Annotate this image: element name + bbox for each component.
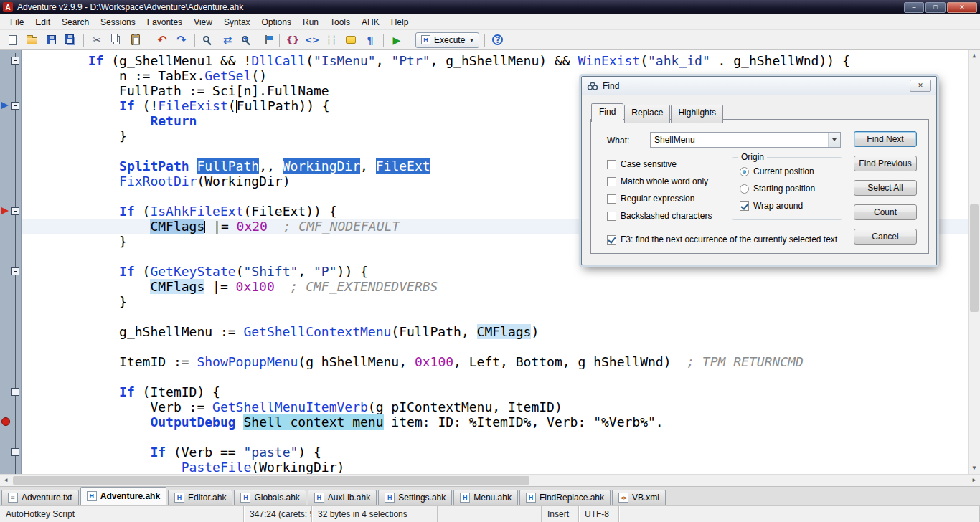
- undo-button[interactable]: ↶: [153, 32, 171, 49]
- scroll-down-icon[interactable]: ▼: [969, 462, 980, 474]
- line-gutter[interactable]: [0, 354, 22, 369]
- dialog-tab-replace[interactable]: Replace: [624, 105, 670, 123]
- run-button[interactable]: ▶: [387, 32, 406, 49]
- radio-starting-position[interactable]: Starting position: [740, 184, 815, 194]
- code-line[interactable]: g_hShellMenu := GetShellContextMenu(Full…: [0, 324, 968, 339]
- line-gutter[interactable]: [0, 460, 22, 474]
- code-line[interactable]: [0, 339, 968, 354]
- menu-item-view[interactable]: View: [188, 15, 218, 29]
- menu-item-options[interactable]: Options: [256, 15, 297, 29]
- checkbox-regular-expression[interactable]: Regular expression: [607, 194, 712, 204]
- code-line[interactable]: If (GetKeyState("Shift", "P")) {: [0, 264, 968, 279]
- code-line[interactable]: PasteFile(WorkingDir): [0, 460, 968, 474]
- menu-item-tools[interactable]: Tools: [324, 15, 356, 29]
- indent-guides-button[interactable]: ┆┆: [322, 32, 341, 49]
- line-gutter[interactable]: [0, 430, 22, 445]
- line-gutter[interactable]: [0, 143, 22, 158]
- code-line[interactable]: [0, 369, 968, 384]
- line-gutter[interactable]: [0, 339, 22, 354]
- code-line[interactable]: If (ItemID) {: [0, 384, 968, 399]
- fold-toggle-icon[interactable]: [11, 267, 19, 275]
- checkbox-f3-find-the-next-occurrence-of-the-currently-selected-text[interactable]: F3: find the next occurrence of the curr…: [607, 234, 837, 245]
- menu-item-file[interactable]: File: [4, 15, 29, 29]
- show-eol-button[interactable]: ¶: [361, 32, 380, 49]
- line-gutter[interactable]: [0, 399, 22, 414]
- line-gutter[interactable]: [0, 219, 22, 234]
- dialog-tab-find[interactable]: Find: [591, 103, 623, 122]
- checkbox-case-sensitive[interactable]: Case sensitive: [607, 159, 712, 169]
- menu-item-run[interactable]: Run: [297, 15, 324, 29]
- line-gutter[interactable]: [0, 83, 22, 98]
- code-line[interactable]: CMFlags |= 0x100 ; CMF_EXTENDEDVERBS: [0, 279, 968, 294]
- code-line[interactable]: If (Verb == "paste") {: [0, 445, 968, 460]
- title-bar[interactable]: A Adventure v2.9.9 - D:\Workspace\Advent…: [0, 0, 980, 14]
- menu-item-edit[interactable]: Edit: [29, 15, 56, 29]
- vertical-scroll-thumb[interactable]: [970, 204, 979, 312]
- line-gutter[interactable]: [0, 204, 22, 219]
- menu-item-help[interactable]: Help: [385, 15, 415, 29]
- find-button[interactable]: [199, 32, 217, 49]
- line-gutter[interactable]: [0, 234, 22, 249]
- find-in-files-button[interactable]: [237, 32, 256, 49]
- code-line[interactable]: }: [0, 294, 968, 309]
- open-file-button[interactable]: [22, 32, 41, 49]
- fold-toggle-icon[interactable]: [11, 388, 19, 396]
- close-button[interactable]: ✕: [947, 2, 977, 13]
- line-gutter[interactable]: [0, 384, 22, 399]
- line-gutter[interactable]: [0, 128, 22, 143]
- menu-item-ahk[interactable]: AHK: [356, 15, 385, 29]
- line-gutter[interactable]: [0, 264, 22, 279]
- cancel-button[interactable]: Cancel: [854, 229, 917, 245]
- line-gutter[interactable]: [0, 113, 22, 128]
- replace-button[interactable]: ⇄: [218, 32, 237, 49]
- show-whitespace-button[interactable]: [341, 32, 360, 49]
- help-button[interactable]: ?: [489, 32, 507, 49]
- menu-item-favorites[interactable]: Favorites: [141, 15, 188, 29]
- dialog-title-bar[interactable]: Find ✕: [582, 77, 936, 95]
- file-tab-auxlib-ahk[interactable]: HAuxLib.ahk: [308, 490, 377, 505]
- copy-button[interactable]: [107, 32, 126, 49]
- line-gutter[interactable]: [0, 189, 22, 204]
- chevron-down-icon[interactable]: ▾: [470, 37, 473, 44]
- file-tab-vb-xml[interactable]: <>VB.xml: [612, 490, 666, 505]
- code-line[interactable]: ItemID := ShowPopupMenu(g_hShellMenu, 0x…: [0, 354, 968, 369]
- menu-item-syntax[interactable]: Syntax: [218, 15, 256, 29]
- radio-current-position[interactable]: Current position: [740, 166, 815, 176]
- line-gutter[interactable]: [0, 414, 22, 430]
- line-gutter[interactable]: [0, 174, 22, 189]
- file-tab-menu-ahk[interactable]: HMenu.ahk: [453, 490, 518, 505]
- save-all-button[interactable]: [61, 32, 80, 49]
- checkbox-wrap-around[interactable]: Wrap around: [740, 201, 815, 211]
- minimize-button[interactable]: –: [904, 2, 924, 13]
- cut-button[interactable]: ✂: [88, 32, 106, 49]
- line-gutter[interactable]: [0, 369, 22, 384]
- find-previous-button[interactable]: Find Previous: [854, 156, 917, 171]
- vertical-scrollbar[interactable]: ▲ ▼: [968, 50, 980, 474]
- save-file-button[interactable]: [42, 32, 60, 49]
- line-gutter[interactable]: [0, 279, 22, 294]
- line-gutter[interactable]: [0, 249, 22, 264]
- find-what-combobox[interactable]: ShellMenu: [650, 132, 841, 148]
- scroll-left-icon[interactable]: ◄: [0, 475, 11, 486]
- checkbox-backslashed-characters[interactable]: Backslashed characters: [607, 211, 712, 221]
- file-tab-adventure-ahk[interactable]: HAdventure.ahk: [80, 487, 166, 505]
- redo-button[interactable]: ↷: [172, 32, 191, 49]
- new-file-button[interactable]: [3, 32, 22, 49]
- line-gutter[interactable]: [0, 324, 22, 339]
- paste-button[interactable]: [126, 32, 145, 49]
- fold-toggle-icon[interactable]: [11, 102, 19, 110]
- line-gutter[interactable]: [0, 309, 22, 324]
- line-gutter[interactable]: [0, 445, 22, 460]
- combobox-dropdown-icon[interactable]: [828, 133, 840, 147]
- fold-toggle-icon[interactable]: [11, 57, 19, 65]
- code-line[interactable]: If (g_ShellMenu1 && !DllCall("IsMenu", "…: [0, 53, 968, 68]
- code-line[interactable]: OutputDebug Shell context menu item: ID:…: [0, 414, 968, 430]
- line-gutter[interactable]: [0, 68, 22, 83]
- scroll-right-icon[interactable]: ►: [969, 475, 980, 486]
- dialog-close-button[interactable]: ✕: [910, 80, 931, 92]
- code-line[interactable]: [0, 430, 968, 445]
- maximize-button[interactable]: □: [925, 2, 946, 13]
- fold-toggle-icon[interactable]: [11, 448, 19, 456]
- file-tab-globals-ahk[interactable]: HGlobals.ahk: [234, 490, 306, 505]
- execute-button[interactable]: HExecute▾: [415, 32, 479, 48]
